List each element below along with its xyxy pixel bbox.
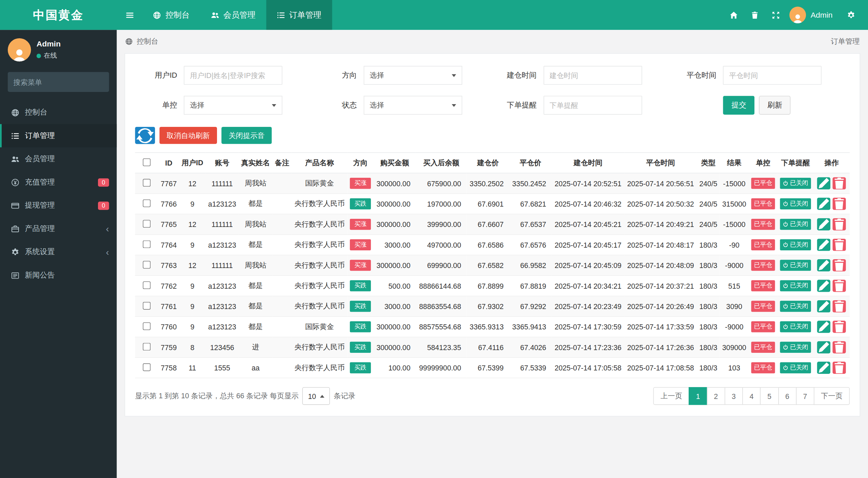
sidebar-item-1[interactable]: 订单管理: [0, 124, 117, 148]
clear-cache-button[interactable]: [744, 0, 765, 30]
delete-button[interactable]: [833, 177, 846, 189]
avatar[interactable]: [790, 7, 806, 23]
sidebar-toggle-button[interactable]: [117, 0, 142, 30]
pagination-page-6[interactable]: 6: [778, 387, 796, 405]
cell-remind: 已关闭: [777, 296, 813, 317]
cell-real-name: 进: [239, 337, 273, 357]
cell-control: 已平仓: [749, 358, 777, 378]
sidebar-item-2[interactable]: 会员管理: [0, 147, 117, 171]
remind-badge[interactable]: 已关闭: [780, 301, 811, 311]
sidebar-item-3[interactable]: 充值管理0: [0, 171, 117, 194]
remind-badge[interactable]: 已关闭: [780, 198, 811, 209]
profile-avatar[interactable]: [8, 38, 31, 62]
row-checkbox[interactable]: [143, 281, 151, 289]
delete-button[interactable]: [833, 259, 846, 271]
remind-badge[interactable]: 已关闭: [780, 342, 811, 352]
sidebar-item-6[interactable]: 系统设置‹: [0, 241, 117, 264]
delete-button[interactable]: [833, 280, 846, 292]
remind-badge[interactable]: 已关闭: [780, 178, 811, 189]
topnav-tab-1[interactable]: 会员管理: [200, 0, 266, 30]
row-checkbox[interactable]: [143, 343, 151, 350]
pagination-page-4[interactable]: 4: [742, 387, 761, 405]
remind-badge[interactable]: 已关闭: [780, 322, 811, 332]
breadcrumb-left[interactable]: 控制台: [137, 37, 158, 46]
remind-badge[interactable]: 已关闭: [780, 362, 811, 373]
direction-select[interactable]: 选择: [363, 66, 462, 85]
refresh-button[interactable]: 刷新: [759, 96, 791, 115]
edit-button[interactable]: [817, 280, 830, 292]
page-size-select[interactable]: 10: [302, 387, 330, 405]
pagination-page-5[interactable]: 5: [760, 387, 778, 405]
column-header: 购买金额: [373, 153, 416, 173]
cancel-auto-refresh-button[interactable]: 取消自动刷新: [159, 127, 217, 144]
close-time-input[interactable]: [723, 66, 822, 85]
edit-button[interactable]: [817, 177, 830, 189]
trash-icon: [833, 177, 846, 190]
users-icon: [11, 155, 19, 163]
edit-button[interactable]: [817, 362, 830, 374]
delete-button[interactable]: [833, 239, 846, 251]
edit-button[interactable]: [817, 300, 830, 312]
row-checkbox[interactable]: [143, 199, 151, 207]
sidebar-item-5[interactable]: 产品管理‹: [0, 217, 117, 241]
cell-open-time: 2025-07-14 20:23:49: [552, 296, 624, 317]
row-checkbox[interactable]: [143, 363, 151, 371]
trash-icon: [833, 320, 846, 333]
edit-button[interactable]: [817, 198, 830, 210]
sidebar-item-7[interactable]: 新闻公告: [0, 264, 117, 287]
remind-badge[interactable]: 已关闭: [780, 281, 811, 291]
pagination-page-3[interactable]: 3: [725, 387, 743, 405]
delete-button[interactable]: [833, 362, 846, 374]
edit-button[interactable]: [817, 259, 830, 271]
gear-icon: [847, 11, 855, 19]
submit-button[interactable]: 提交: [723, 96, 755, 115]
row-checkbox[interactable]: [143, 240, 151, 248]
trash-icon: [833, 361, 846, 374]
column-header: 方向: [348, 153, 373, 173]
pagination-page-2[interactable]: 2: [707, 387, 725, 405]
sidebar-item-4[interactable]: 提现管理0: [0, 194, 117, 217]
topnav-tab-0[interactable]: 控制台: [142, 0, 200, 30]
pagination-page-1[interactable]: 1: [689, 387, 707, 405]
user-id-input[interactable]: [184, 66, 282, 85]
control-badge: 已平仓: [751, 198, 775, 209]
delete-button[interactable]: [833, 218, 846, 230]
edit-button[interactable]: [817, 239, 830, 251]
edit-button[interactable]: [817, 341, 830, 353]
control-select[interactable]: 选择: [184, 96, 282, 115]
pagination-prev[interactable]: 上一页: [653, 387, 689, 405]
edit-button[interactable]: [817, 218, 830, 230]
topnav-tab-2[interactable]: 订单管理: [266, 0, 332, 30]
home-button[interactable]: [723, 0, 744, 30]
pagination-page-7[interactable]: 7: [796, 387, 814, 405]
status-select[interactable]: 选择: [363, 96, 462, 115]
row-checkbox[interactable]: [143, 322, 151, 330]
remind-badge[interactable]: 已关闭: [780, 260, 811, 270]
pagination-next[interactable]: 下一页: [814, 387, 850, 405]
row-checkbox-cell: [135, 194, 158, 214]
delete-button[interactable]: [833, 321, 846, 333]
open-time-input[interactable]: [543, 66, 642, 85]
edit-button[interactable]: [817, 321, 830, 333]
settings-button[interactable]: [840, 0, 861, 30]
select-all-checkbox[interactable]: [143, 158, 151, 166]
delete-button[interactable]: [833, 198, 846, 210]
control-select-value: 选择: [190, 100, 204, 110]
row-checkbox[interactable]: [143, 179, 151, 187]
fullscreen-button[interactable]: [765, 0, 786, 30]
remind-input[interactable]: [543, 96, 642, 115]
sidebar-item-0[interactable]: 控制台: [0, 101, 117, 124]
row-checkbox[interactable]: [143, 302, 151, 309]
cell-user-id: 9: [179, 296, 205, 317]
row-checkbox[interactable]: [143, 261, 151, 268]
column-header: 真实姓名: [239, 153, 273, 173]
row-checkbox[interactable]: [143, 219, 151, 227]
remind-badge[interactable]: 已关闭: [780, 240, 811, 250]
reload-table-button[interactable]: [135, 127, 155, 144]
delete-button[interactable]: [833, 300, 846, 312]
delete-button[interactable]: [833, 341, 846, 353]
direction-badge: 买跌: [350, 342, 371, 352]
remind-badge[interactable]: 已关闭: [780, 219, 811, 230]
close-sound-button[interactable]: 关闭提示音: [221, 127, 272, 144]
menu-search-input[interactable]: [8, 72, 109, 92]
